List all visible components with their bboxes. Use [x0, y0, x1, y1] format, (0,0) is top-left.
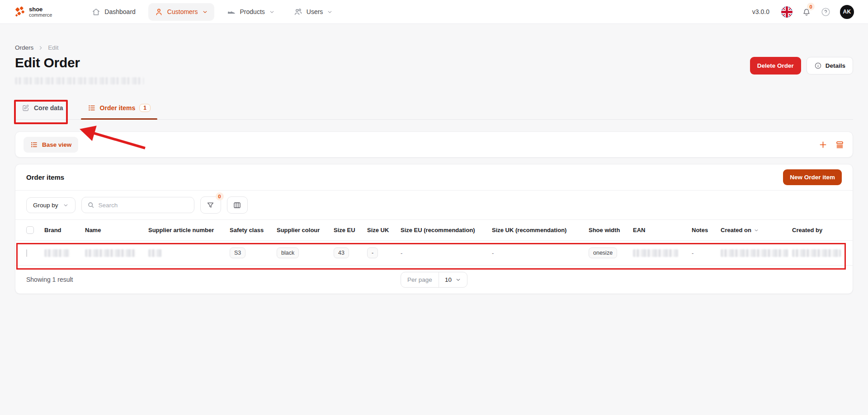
nav-item-dashboard[interactable]: Dashboard [85, 3, 142, 21]
cell-size-eu-recommendation: - [401, 250, 402, 256]
users-icon [294, 8, 302, 16]
col-created-on-label: Created on [721, 227, 751, 233]
chevron-down-icon [327, 9, 333, 15]
tab-order-items-count-badge: 1 [139, 104, 151, 112]
funnel-icon [206, 201, 215, 210]
brand-logo[interactable]: shoe commerce [14, 6, 52, 18]
breadcrumb-separator-icon [38, 45, 43, 51]
home-icon [92, 8, 100, 16]
brand-name: shoe commerce [29, 6, 52, 18]
col-created-by[interactable]: Created by [792, 227, 842, 233]
breadcrumb: Orders Edit [15, 44, 853, 51]
cell-supplier-article-number-redacted [148, 249, 162, 257]
cell-shoe-width: onesize [589, 247, 617, 258]
per-page-selector[interactable]: Per page 10 [401, 272, 467, 288]
search-box [81, 197, 194, 213]
row-density-button[interactable] [835, 140, 844, 149]
columns-icon [233, 201, 241, 210]
user-avatar[interactable]: AK [840, 5, 854, 19]
tab-core-data-label: Core data [34, 104, 63, 112]
col-name[interactable]: Name [85, 227, 148, 233]
breadcrumb-orders[interactable]: Orders [15, 44, 33, 51]
order-items-panel: Order items New Order item Group by [15, 164, 853, 294]
results-summary: Showing 1 result [26, 276, 73, 283]
nav-item-users[interactable]: Users [288, 3, 340, 21]
shoe-icon [227, 7, 236, 16]
nav-item-products[interactable]: Products [221, 3, 281, 21]
filter-button[interactable]: 0 [200, 196, 221, 214]
tab-core-data[interactable]: Core data [15, 98, 70, 119]
cell-supplier-colour: black [277, 247, 299, 258]
col-supplier-article-number[interactable]: Supplier article number [148, 227, 230, 233]
search-icon [87, 201, 94, 209]
nav-item-customers[interactable]: Customers [148, 3, 214, 21]
cell-size-uk-recommendation: - [492, 250, 494, 256]
col-shoe-width[interactable]: Shoe width [589, 227, 633, 233]
col-safety-class[interactable]: Safety class [230, 227, 277, 233]
sort-chevron-icon [754, 228, 759, 233]
chevron-down-icon [455, 277, 461, 283]
cell-created-on-redacted [721, 249, 788, 257]
nav-label-customers: Customers [167, 8, 198, 15]
add-view-button[interactable] [818, 140, 828, 149]
language-flag-uk[interactable] [781, 6, 793, 18]
delete-order-button[interactable]: Delete Order [750, 57, 801, 75]
main-nav: Dashboard Customers Products [85, 3, 339, 21]
cell-size-uk: - [367, 247, 378, 258]
per-page-value: 10 [445, 276, 452, 283]
edit-pencil-icon [22, 104, 30, 112]
cell-safety-class: S3 [230, 247, 245, 258]
order-subtitle-redacted [15, 77, 144, 84]
chevron-down-icon [202, 9, 208, 15]
table-controls: Group by 0 [15, 191, 853, 219]
col-brand[interactable]: Brand [44, 227, 85, 233]
table-footer: Showing 1 result Per page 10 [15, 266, 853, 294]
group-by-dropdown[interactable]: Group by [26, 197, 75, 213]
columns-button[interactable] [227, 196, 248, 214]
tab-order-items[interactable]: Order items 1 [81, 98, 157, 119]
view-toolbar-actions [818, 140, 844, 149]
page-title: Edit Order [15, 55, 144, 70]
col-notes[interactable]: Notes [692, 227, 721, 233]
col-supplier-colour[interactable]: Supplier colour [277, 227, 334, 233]
chevron-down-icon [63, 202, 69, 208]
tab-order-items-label: Order items [100, 104, 136, 112]
page-header: Edit Order Delete Order Details [15, 51, 853, 84]
base-view-button[interactable]: Base view [24, 137, 78, 153]
table-header-row: Brand Name Supplier article number Safet… [15, 219, 853, 240]
col-created-on[interactable]: Created on [721, 227, 792, 233]
col-ean[interactable]: EAN [633, 227, 692, 233]
table-row[interactable]: S3 black 43 - - - onesize - [15, 240, 853, 266]
row-checkbox[interactable] [26, 249, 27, 257]
help-button[interactable] [821, 7, 831, 17]
details-label: Details [826, 62, 845, 69]
header-actions: Delete Order Details [750, 57, 853, 75]
topnav-right: v3.0.0 0 [752, 5, 854, 19]
app-version: v3.0.0 [752, 8, 769, 15]
per-page-label: Per page [401, 272, 439, 287]
new-order-item-button[interactable]: New Order item [783, 169, 842, 185]
col-size-uk-recommendation[interactable]: Size UK (recommendation) [492, 227, 589, 233]
group-by-label: Group by [33, 202, 58, 209]
cell-size-eu: 43 [334, 247, 349, 258]
cell-name-redacted [85, 249, 136, 257]
info-icon [814, 62, 822, 70]
nav-label-users: Users [307, 8, 323, 15]
panel-title: Order items [26, 173, 64, 181]
col-size-uk[interactable]: Size UK [367, 227, 401, 233]
details-button[interactable]: Details [807, 57, 853, 75]
select-all-checkbox[interactable] [26, 226, 34, 234]
cell-created-by-redacted [792, 249, 841, 257]
search-input[interactable] [99, 202, 189, 209]
base-view-label: Base view [42, 141, 71, 148]
col-size-eu[interactable]: Size EU [334, 227, 367, 233]
tab-bar: Core data Order items 1 [15, 98, 853, 120]
cell-brand-redacted [44, 249, 70, 257]
page-title-block: Edit Order [15, 51, 144, 84]
list-icon [30, 141, 38, 149]
page-content: Orders Edit Edit Order Delete Order Deta… [0, 44, 868, 294]
col-size-eu-recommendation[interactable]: Size EU (recommendation) [401, 227, 492, 233]
panel-header: Order items New Order item [15, 164, 853, 191]
breadcrumb-edit: Edit [48, 44, 58, 51]
notifications-button[interactable]: 0 [802, 7, 811, 17]
